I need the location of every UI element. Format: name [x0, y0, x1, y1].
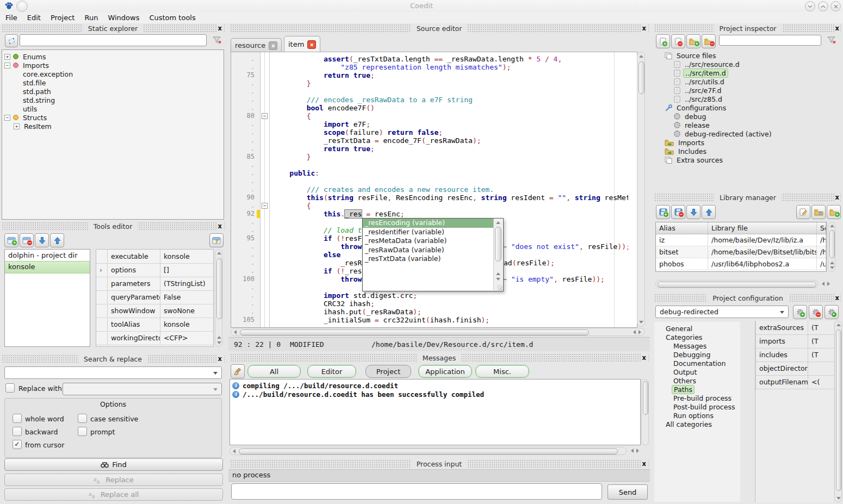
replace-with-checkbox[interactable]	[5, 383, 15, 393]
add-library-button[interactable]: +	[656, 205, 670, 219]
property-row[interactable]: ›options[]	[96, 263, 213, 277]
editor-vertical-scrollbar[interactable]	[637, 52, 645, 327]
code-line[interactable]: this(string resFile, ResEncoding resEnc,…	[272, 194, 628, 202]
messages-vertical-scrollbar[interactable]	[641, 379, 649, 445]
editor-tab-item[interactable]: itemx	[284, 36, 320, 52]
close-panel-icon[interactable]	[641, 460, 647, 468]
tree-item[interactable]: ../src/utils.d	[655, 77, 841, 86]
tree-item[interactable]: std.string	[2, 96, 224, 104]
close-panel-icon[interactable]	[641, 354, 647, 362]
property-row[interactable]: executablekonsole	[96, 250, 213, 264]
property-row[interactable]: queryParametersFalse	[96, 290, 213, 304]
close-tab-icon[interactable]: x	[307, 40, 316, 49]
tool-list-item[interactable]: dolphin - project dir	[5, 250, 90, 261]
move-library-up-button[interactable]	[702, 205, 716, 219]
code-line[interactable]: public:	[272, 169, 628, 177]
code-line[interactable]: {	[272, 202, 628, 210]
add-source-button[interactable]: +	[656, 34, 670, 48]
property-row[interactable]: outputFilename<(	[755, 375, 834, 389]
close-panel-icon[interactable]	[834, 294, 840, 302]
code-line[interactable]: /// encodes _resRawData to a e7F string	[272, 96, 628, 104]
maximize-icon[interactable]	[818, 1, 828, 11]
search-term-combo[interactable]	[4, 366, 222, 379]
add-tool-button[interactable]: +	[4, 233, 18, 247]
table-row[interactable]: iz/home/basile/Dev/Iz/lib/iz.a/ho	[656, 234, 826, 246]
tree-item[interactable]: release	[655, 121, 841, 129]
close-panel-icon[interactable]	[834, 194, 840, 201]
menu-item-custom-tools[interactable]: Custom tools	[149, 14, 195, 22]
close-tab-icon[interactable]: x	[269, 41, 277, 50]
replace-button[interactable]: ba Replace	[4, 474, 223, 486]
completion-scrollbar[interactable]	[493, 219, 503, 290]
tree-item[interactable]: ../src/e7F.d	[655, 86, 841, 95]
tree-item[interactable]: Output	[654, 368, 740, 376]
property-value[interactable]: False	[160, 290, 213, 304]
menu-item-windows[interactable]: Windows	[108, 14, 139, 22]
tree-item[interactable]: Debugging	[654, 350, 740, 359]
tree-item[interactable]: std.file	[2, 78, 224, 87]
code-line[interactable]: /// creates and encodes a new resource i…	[272, 185, 628, 194]
run-tool-button[interactable]	[209, 233, 224, 247]
expand-icon[interactable]: +	[14, 123, 20, 129]
completion-item[interactable]: _resEncoding (variable)	[363, 219, 494, 228]
completion-item[interactable]: _resTxtData (variable)	[363, 254, 494, 264]
remove-configuration-button[interactable]: −	[809, 305, 823, 319]
edit-library-button[interactable]	[796, 205, 810, 219]
code-line[interactable]: import e7F;	[272, 120, 628, 128]
code-line[interactable]	[272, 177, 628, 185]
close-panel-icon[interactable]	[641, 24, 647, 32]
editor-tab-resource[interactable]: resourcex	[231, 38, 282, 52]
tree-item[interactable]: Extra sources	[655, 155, 841, 164]
tree-item[interactable]: +Enums	[2, 52, 224, 61]
property-row[interactable]: imports(T	[755, 334, 834, 349]
menu-item-run[interactable]: Run	[84, 14, 98, 22]
code-line[interactable]: "z85 representation length mismatches");	[272, 63, 628, 71]
tree-item[interactable]: debug	[655, 112, 841, 121]
replace-with-combo[interactable]	[63, 383, 222, 395]
tree-item[interactable]: Includes	[655, 147, 841, 155]
tree-item[interactable]: ../src/item.d	[655, 69, 841, 77]
remove-source-button[interactable]: −	[671, 34, 685, 48]
code-line[interactable]: this._res = resEnc;	[272, 210, 628, 218]
property-row[interactable]: extraSources(T	[755, 321, 834, 335]
property-row[interactable]: workingDirectory<CFP>	[96, 331, 213, 345]
tree-item[interactable]: ../src/resource.d	[655, 60, 841, 69]
resize-grip-icon[interactable]	[497, 285, 503, 290]
move-tool-up-button[interactable]	[50, 233, 64, 247]
configuration-scrollbar[interactable]	[834, 321, 842, 502]
filter-misc[interactable]: Misc.	[475, 365, 529, 378]
property-row[interactable]: objectDirectory	[755, 362, 834, 376]
close-panel-icon[interactable]	[217, 355, 223, 363]
case-sensitive-checkbox[interactable]	[78, 414, 87, 423]
tree-item[interactable]: Documentation	[654, 359, 740, 368]
property-value[interactable]: (T	[808, 321, 834, 334]
menu-item-edit[interactable]: Edit	[27, 14, 41, 22]
send-button[interactable]: Send	[608, 484, 648, 500]
configuration-select[interactable]: debug-redirected	[655, 306, 789, 318]
tool-list-item[interactable]: konsole	[5, 261, 90, 273]
completion-item[interactable]: _resIdentifier (variable)	[363, 228, 494, 237]
process-input-field[interactable]	[231, 483, 602, 500]
tree-item[interactable]: Messages	[654, 341, 740, 350]
collapse-icon[interactable]: −	[4, 115, 10, 121]
code-line[interactable]: return true;	[272, 145, 628, 153]
property-row[interactable]: showWindowswoNone	[96, 304, 213, 318]
remove-library-button[interactable]: −	[671, 205, 685, 219]
fold-collapse-icon[interactable]: −	[262, 203, 268, 209]
add-folder-button[interactable]: +	[686, 34, 701, 48]
filter-all[interactable]: All	[247, 365, 301, 378]
replace-all-button[interactable]: ba Replace all	[4, 488, 223, 501]
code-line[interactable]	[272, 88, 628, 96]
filter-project[interactable]: Project	[365, 365, 411, 378]
clear-messages-button[interactable]	[231, 364, 245, 378]
code-line[interactable]: return true;	[272, 71, 628, 79]
code-editor[interactable]: ..75....80....85....90.92..95....100....…	[231, 52, 637, 328]
from-cursor-checkbox[interactable]: ✓	[13, 440, 22, 449]
editor-horizontal-scrollbar[interactable]	[231, 328, 645, 336]
property-row[interactable]: parameters(TStringList)	[96, 277, 213, 291]
tree-item[interactable]: Others	[654, 376, 740, 385]
backward-checkbox[interactable]	[13, 427, 22, 436]
tree-item[interactable]: Paths	[654, 385, 740, 394]
fold-collapse-icon[interactable]: −	[262, 113, 268, 119]
tree-item[interactable]: −Imports	[2, 61, 224, 70]
